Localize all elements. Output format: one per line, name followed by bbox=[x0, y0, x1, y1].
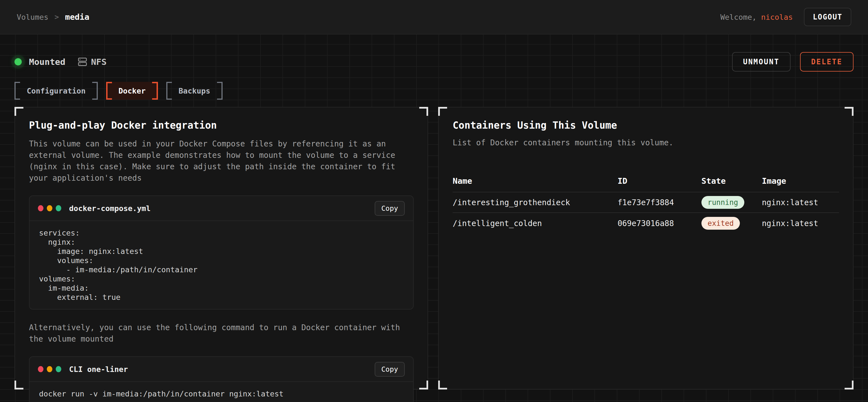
chevron-right-icon: > bbox=[55, 13, 59, 21]
state-badge: exited bbox=[702, 217, 740, 230]
table-row: /intelligent_colden 069e73016a88 exited … bbox=[453, 213, 839, 234]
container-name: /interesting_grothendieck bbox=[453, 198, 618, 207]
container-name: /intelligent_colden bbox=[453, 219, 618, 228]
tab-bar: Configuration Docker Backups bbox=[14, 82, 854, 100]
copy-compose-button[interactable]: Copy bbox=[375, 201, 405, 216]
cli-block-title: CLI one-liner bbox=[69, 365, 128, 374]
containers-panel: Containers Using This Volume List of Doc… bbox=[438, 107, 854, 390]
tab-docker[interactable]: Docker bbox=[106, 82, 158, 100]
traffic-lights bbox=[38, 205, 61, 211]
driver-type-label: NFS bbox=[91, 57, 107, 67]
state-badge: running bbox=[702, 196, 744, 209]
welcome-text: Welcome, nicolas bbox=[720, 13, 793, 22]
containers-panel-title: Containers Using This Volume bbox=[453, 120, 839, 131]
corner-bracket bbox=[419, 107, 428, 116]
traffic-light-red-icon bbox=[38, 366, 43, 372]
breadcrumb-current-volume: media bbox=[65, 12, 89, 22]
traffic-light-yellow-icon bbox=[47, 366, 52, 372]
cli-code-block: CLI one-liner Copy docker run -v im-medi… bbox=[29, 356, 414, 402]
cli-code-header: CLI one-liner Copy bbox=[30, 357, 413, 382]
table-row: /interesting_grothendieck f1e73e7f3884 r… bbox=[453, 192, 839, 213]
column-header-state: State bbox=[702, 176, 762, 186]
volume-actions: UNMOUNT DELETE bbox=[732, 52, 854, 72]
compose-code-header: docker-compose.yml Copy bbox=[30, 196, 413, 221]
breadcrumb-volumes-link[interactable]: Volumes bbox=[17, 13, 49, 22]
unmount-button[interactable]: UNMOUNT bbox=[732, 52, 791, 72]
tab-backups[interactable]: Backups bbox=[166, 82, 223, 100]
traffic-light-green-icon bbox=[56, 366, 61, 372]
container-image: nginx:latest bbox=[762, 219, 839, 228]
corner-bracket bbox=[845, 107, 854, 116]
status-row: Mounted NFS UNMOUNT DELETE bbox=[14, 52, 854, 71]
workspace: Mounted NFS UNMOUNT DELETE Configuration… bbox=[0, 35, 868, 402]
corner-bracket bbox=[14, 107, 23, 116]
corner-bracket bbox=[419, 380, 428, 390]
traffic-light-yellow-icon bbox=[47, 205, 52, 211]
driver-indicator: NFS bbox=[78, 57, 107, 67]
containers-table-header: Name ID State Image bbox=[453, 176, 839, 192]
logout-button[interactable]: LOGOUT bbox=[804, 8, 851, 26]
breadcrumb: Volumes > media bbox=[17, 12, 89, 22]
username: nicolas bbox=[761, 13, 793, 22]
topbar: Volumes > media Welcome, nicolas LOGOUT bbox=[0, 0, 868, 35]
docker-panel-title: Plug-and-play Docker integration bbox=[29, 120, 414, 131]
corner-bracket bbox=[14, 380, 23, 390]
column-header-id: ID bbox=[618, 176, 702, 186]
container-id: f1e73e7f3884 bbox=[618, 198, 702, 207]
cli-code-content: docker run -v im-media:/path/in/containe… bbox=[30, 382, 413, 402]
column-header-name: Name bbox=[453, 176, 618, 186]
compose-code-content: services: nginx: image: nginx:latest vol… bbox=[30, 221, 413, 309]
docker-panel-description: This volume can be used in your Docker C… bbox=[29, 138, 414, 184]
corner-bracket bbox=[438, 107, 447, 116]
tab-configuration[interactable]: Configuration bbox=[14, 82, 98, 100]
panels: Plug-and-play Docker integration This vo… bbox=[14, 107, 854, 390]
mounted-status-dot-icon bbox=[14, 58, 22, 65]
containers-table: Name ID State Image /interesting_grothen… bbox=[453, 176, 839, 234]
corner-bracket bbox=[438, 380, 447, 390]
delete-button[interactable]: DELETE bbox=[800, 52, 854, 72]
traffic-light-red-icon bbox=[38, 205, 43, 211]
container-id: 069e73016a88 bbox=[618, 219, 702, 228]
containers-panel-subtitle: List of Docker containers mounting this … bbox=[453, 138, 839, 147]
column-header-image: Image bbox=[762, 176, 839, 186]
server-icon bbox=[78, 57, 87, 67]
traffic-lights bbox=[38, 366, 61, 372]
welcome-prefix: Welcome, bbox=[720, 13, 761, 22]
volume-status: Mounted NFS bbox=[14, 57, 107, 67]
compose-code-block: docker-compose.yml Copy services: nginx:… bbox=[29, 195, 414, 309]
copy-cli-button[interactable]: Copy bbox=[375, 362, 405, 377]
compose-filename: docker-compose.yml bbox=[69, 204, 151, 213]
cli-intro-text: Alternatively, you can use the following… bbox=[29, 322, 414, 345]
traffic-light-green-icon bbox=[56, 205, 61, 211]
corner-bracket bbox=[845, 380, 854, 390]
container-image: nginx:latest bbox=[762, 198, 839, 207]
topbar-right: Welcome, nicolas LOGOUT bbox=[720, 8, 851, 26]
docker-integration-panel: Plug-and-play Docker integration This vo… bbox=[14, 107, 428, 390]
mounted-status-label: Mounted bbox=[29, 57, 65, 67]
